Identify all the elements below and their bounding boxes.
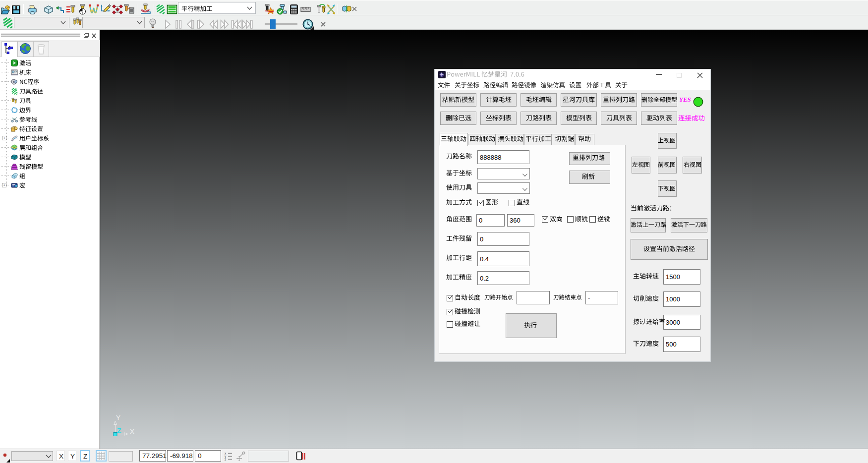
svg-text:Z: Z	[117, 427, 121, 435]
svg-text:X: X	[130, 428, 134, 435]
svg-text:z: z	[225, 458, 226, 461]
svg-text:Y: Y	[116, 414, 120, 421]
